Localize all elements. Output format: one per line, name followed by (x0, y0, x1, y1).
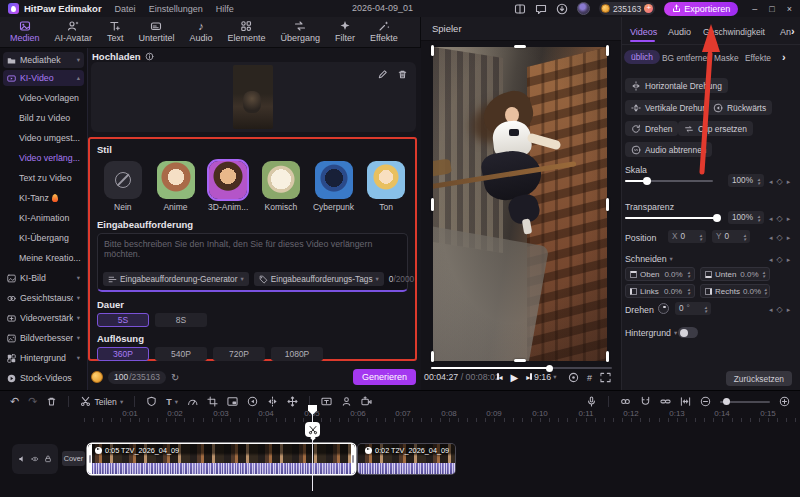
redo-button[interactable]: ↷ (28, 395, 37, 408)
detach-audio-button[interactable]: Audio abtrennen (625, 142, 712, 157)
playback-progress-bar[interactable] (431, 367, 612, 369)
uploaded-video-thumbnail[interactable] (233, 65, 273, 129)
resolution-540p-button[interactable]: 540P (155, 347, 207, 361)
prompt-textarea[interactable]: Bitte beschreiben Sie den Inhalt, den Si… (97, 233, 408, 292)
hintergrund-toggle[interactable] (678, 327, 698, 338)
skala-slider[interactable] (625, 180, 713, 182)
sidebar-item-hintergrund[interactable]: Hintergrund ▾ (0, 348, 87, 368)
resolution-1080p-button[interactable]: 1080P (271, 347, 323, 361)
tab-videos[interactable]: Videos (630, 27, 657, 37)
link-clips-icon[interactable] (620, 396, 631, 407)
grid-icon[interactable]: # (587, 373, 592, 383)
timeline-zoom-slider[interactable] (720, 401, 770, 403)
refresh-icon[interactable]: ↻ (171, 372, 179, 383)
subtab-effekte[interactable]: Effekte (745, 53, 771, 63)
zoom-in-icon[interactable] (779, 396, 790, 407)
video-preview[interactable] (433, 47, 607, 361)
sidebar-item-gesichtstausch[interactable]: Gesichtstausch ▾ (0, 288, 87, 308)
drehen-value[interactable]: 0° ▴▾ (675, 302, 711, 315)
caption-tool-icon[interactable] (321, 396, 332, 407)
transform-handle[interactable] (431, 198, 434, 211)
credits-badge[interactable]: 235163 + (599, 2, 655, 15)
tab-elemente[interactable]: Elemente (227, 20, 265, 47)
edit-upload-icon[interactable] (377, 69, 388, 80)
sidebar-item-bildverbesserer[interactable]: Bildverbesser... ▾ (0, 328, 87, 348)
tab-untertitel[interactable]: Untertitel (138, 20, 174, 47)
tab-ai-avatar[interactable]: AI-Avatar (55, 20, 92, 47)
chain-icon[interactable] (660, 396, 671, 407)
reverse-tool-icon[interactable] (247, 396, 258, 407)
duration-8s-button[interactable]: 8S (155, 313, 207, 327)
sidebar-item-ki-uebergang[interactable]: KI-Übergang (0, 228, 87, 248)
undo-button[interactable]: ↶ (10, 395, 19, 408)
style-option-ton[interactable]: Ton (364, 161, 408, 212)
download-icon[interactable] (556, 3, 568, 15)
sidebar-item-meine-kreationen[interactable]: Meine Kreatio... (0, 248, 87, 268)
playhead-line[interactable] (312, 405, 313, 491)
tab-medien[interactable]: Medien (10, 20, 40, 47)
sidebar-item-text-zu-video[interactable]: Text zu Video (0, 168, 87, 188)
replace-clip-button[interactable]: Clip ersetzen (678, 121, 753, 136)
microphone-icon[interactable] (586, 396, 597, 407)
style-option-cyberpunk[interactable]: Cyberpunk (312, 161, 356, 212)
sidebar-item-videoverstaerker[interactable]: Videoverstärk... ▾ (0, 308, 87, 328)
tab-audio[interactable]: ♪ Audio (189, 20, 212, 47)
tab-animation[interactable]: An (780, 27, 791, 37)
sidebar-item-mediathek[interactable]: Mediathek ▾ (3, 52, 84, 68)
transparenz-slider[interactable] (625, 217, 718, 219)
schneiden-label[interactable]: Schneiden▾ (625, 254, 673, 264)
drehen-keyframes[interactable]: ◂◇▸ (769, 305, 790, 314)
vflip-button[interactable]: Vertikale Drehung (625, 100, 718, 115)
transform-handle[interactable] (431, 45, 434, 56)
tab-audio[interactable]: Audio (668, 27, 691, 37)
export-button[interactable]: Exportieren (664, 2, 738, 16)
play-button[interactable]: ▶ (511, 372, 519, 384)
menu-datei[interactable]: Datei (115, 4, 136, 14)
text-tool-icon[interactable]: T▾ (166, 397, 178, 407)
delete-upload-icon[interactable] (397, 69, 408, 80)
reverse-button[interactable]: Rückwärts (707, 100, 772, 115)
mirror-tool-icon[interactable] (267, 396, 278, 407)
progress-knob[interactable] (546, 365, 553, 372)
rotate-button[interactable]: Drehen (625, 121, 678, 136)
duration-5s-button[interactable]: 5S (97, 313, 149, 327)
rotation-dial[interactable] (658, 303, 669, 314)
timeline-clip-1[interactable]: 0:05 T2V_2026_04_09 (88, 444, 355, 474)
tab-geschwindigkeit[interactable]: Geschwindigkeit (703, 27, 765, 37)
skala-keyframes[interactable]: ◂◇▸ (769, 177, 790, 186)
crop-unten-field[interactable]: Unten0.0% ▴▾ (700, 267, 770, 281)
clip-trim-handle-right[interactable] (351, 444, 355, 474)
zoom-out-icon[interactable] (700, 396, 711, 407)
sidebar-item-ki-bild[interactable]: KI-Bild ▾ (0, 268, 87, 288)
transform-handle[interactable] (514, 359, 526, 362)
prompt-generator-button[interactable]: Eingabeaufforderung-Generator ▾ (103, 272, 249, 286)
sidebar-item-video-vorlagen[interactable]: Video-Vorlagen (0, 88, 87, 108)
feedback-icon[interactable] (535, 3, 547, 15)
sidebar-item-video-verlaengern[interactable]: Video verläng... (0, 148, 87, 168)
split-button[interactable]: Teilen ▾ (80, 396, 123, 407)
prompt-tags-button[interactable]: Eingabeaufforderungs-Tags ▾ (254, 272, 384, 286)
reset-button[interactable]: Zurücksetzen (726, 371, 792, 386)
lock-track-icon[interactable] (44, 455, 52, 463)
prev-frame-button[interactable]: ◂ (497, 372, 503, 384)
sidebar-item-stock-videos[interactable]: Stock-Videos (0, 368, 87, 388)
snapshot-icon[interactable] (568, 372, 579, 383)
transform-handle[interactable] (606, 198, 609, 211)
transform-handle[interactable] (606, 45, 609, 56)
transparenz-slider-knob[interactable] (713, 214, 721, 222)
subtab-ueblich[interactable]: üblich (624, 50, 660, 64)
transform-handle[interactable] (431, 351, 434, 362)
position-x-field[interactable]: X0 ▴▾ (668, 230, 706, 243)
sidebar-item-bild-zu-video[interactable]: Bild zu Video (0, 108, 87, 128)
cover-button[interactable]: Cover (62, 451, 85, 466)
delete-button[interactable] (46, 396, 57, 407)
pip-tool-icon[interactable] (227, 396, 238, 407)
subtab-maske[interactable]: Maske (714, 53, 739, 63)
avatar-tool-icon[interactable] (341, 396, 352, 407)
close-button[interactable]: × (787, 4, 792, 14)
sidebar-item-ki-tanz[interactable]: KI-Tanz (0, 188, 87, 208)
upload-box[interactable] (91, 62, 416, 132)
user-avatar[interactable] (577, 2, 590, 15)
style-option-nein[interactable]: Nein (101, 161, 145, 212)
style-option-3d-animation[interactable]: 3D-Anim... (206, 161, 250, 212)
